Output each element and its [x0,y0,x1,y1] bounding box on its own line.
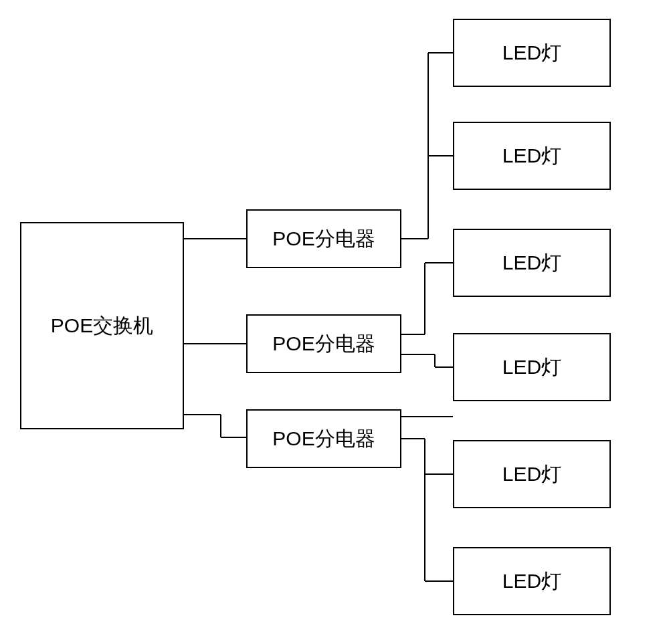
led-box-5: LED灯 [453,440,611,508]
led-label-5: LED灯 [502,461,561,488]
led-box-6: LED灯 [453,547,611,615]
led-box-4: LED灯 [453,333,611,401]
poe-splitter-label-2: POE分电器 [272,330,375,358]
poe-splitter-box-3: POE分电器 [246,409,401,468]
led-box-2: LED灯 [453,122,611,190]
led-label-2: LED灯 [502,142,561,170]
led-label-4: LED灯 [502,354,561,381]
poe-splitter-label-3: POE分电器 [272,425,375,453]
led-box-1: LED灯 [453,19,611,87]
poe-splitter-label-1: POE分电器 [272,225,375,253]
poe-switch-label: POE交换机 [51,312,153,340]
led-box-3: LED灯 [453,229,611,297]
led-label-1: LED灯 [502,39,561,67]
poe-splitter-box-2: POE分电器 [246,314,401,373]
poe-switch-box: POE交换机 [20,222,184,429]
led-label-3: LED灯 [502,249,561,277]
network-diagram: POE交换机 POE分电器 POE分电器 POE分电器 LED灯 LED灯 LE… [0,0,669,644]
poe-splitter-box-1: POE分电器 [246,209,401,268]
led-label-6: LED灯 [502,568,561,595]
